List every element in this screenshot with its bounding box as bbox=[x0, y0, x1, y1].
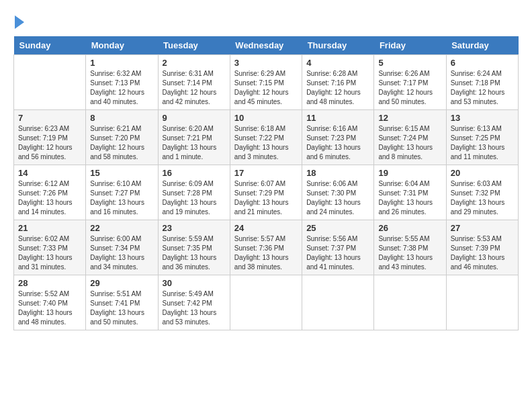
day-cell: 4Sunrise: 6:28 AMSunset: 7:16 PMDaylight… bbox=[302, 55, 374, 110]
day-cell: 14Sunrise: 6:12 AMSunset: 7:26 PMDayligh… bbox=[14, 165, 86, 220]
day-cell: 26Sunrise: 5:55 AMSunset: 7:38 PMDayligh… bbox=[374, 220, 446, 275]
day-cell: 28Sunrise: 5:52 AMSunset: 7:40 PMDayligh… bbox=[14, 275, 86, 330]
day-info: Sunrise: 6:29 AMSunset: 7:15 PMDaylight:… bbox=[234, 69, 298, 107]
day-cell bbox=[446, 275, 518, 330]
day-number: 10 bbox=[234, 113, 298, 123]
day-info: Sunrise: 6:18 AMSunset: 7:22 PMDaylight:… bbox=[234, 124, 298, 162]
day-number: 14 bbox=[18, 168, 81, 178]
header-tuesday: Tuesday bbox=[158, 36, 230, 55]
day-number: 7 bbox=[18, 113, 81, 123]
week-row-4: 21Sunrise: 6:02 AMSunset: 7:33 PMDayligh… bbox=[14, 220, 519, 275]
day-info: Sunrise: 6:13 AMSunset: 7:25 PMDaylight:… bbox=[451, 124, 514, 162]
day-number: 1 bbox=[90, 58, 153, 68]
day-cell: 6Sunrise: 6:24 AMSunset: 7:18 PMDaylight… bbox=[446, 55, 518, 110]
day-cell bbox=[374, 275, 446, 330]
day-cell bbox=[302, 275, 374, 330]
day-info: Sunrise: 5:53 AMSunset: 7:39 PMDaylight:… bbox=[451, 234, 514, 272]
day-info: Sunrise: 6:07 AMSunset: 7:29 PMDaylight:… bbox=[234, 179, 298, 217]
day-info: Sunrise: 5:49 AMSunset: 7:42 PMDaylight:… bbox=[163, 289, 226, 327]
day-cell: 24Sunrise: 5:57 AMSunset: 7:36 PMDayligh… bbox=[230, 220, 302, 275]
header-friday: Friday bbox=[374, 36, 446, 55]
day-info: Sunrise: 6:10 AMSunset: 7:27 PMDaylight:… bbox=[90, 179, 153, 217]
day-cell: 8Sunrise: 6:21 AMSunset: 7:20 PMDaylight… bbox=[86, 110, 158, 165]
header-thursday: Thursday bbox=[302, 36, 374, 55]
day-number: 30 bbox=[163, 278, 226, 288]
week-row-3: 14Sunrise: 6:12 AMSunset: 7:26 PMDayligh… bbox=[14, 165, 519, 220]
day-number: 3 bbox=[234, 58, 298, 68]
day-cell: 27Sunrise: 5:53 AMSunset: 7:39 PMDayligh… bbox=[446, 220, 518, 275]
day-info: Sunrise: 6:28 AMSunset: 7:16 PMDaylight:… bbox=[306, 69, 369, 107]
day-number: 22 bbox=[90, 223, 153, 233]
day-info: Sunrise: 6:12 AMSunset: 7:26 PMDaylight:… bbox=[18, 179, 81, 217]
day-number: 19 bbox=[378, 168, 441, 178]
day-cell bbox=[230, 275, 302, 330]
day-info: Sunrise: 5:59 AMSunset: 7:35 PMDaylight:… bbox=[163, 234, 226, 272]
day-info: Sunrise: 6:24 AMSunset: 7:18 PMDaylight:… bbox=[451, 69, 514, 107]
day-cell: 15Sunrise: 6:10 AMSunset: 7:27 PMDayligh… bbox=[86, 165, 158, 220]
day-number: 25 bbox=[306, 223, 369, 233]
day-number: 12 bbox=[378, 113, 441, 123]
day-info: Sunrise: 6:04 AMSunset: 7:31 PMDaylight:… bbox=[378, 179, 441, 217]
day-info: Sunrise: 5:56 AMSunset: 7:37 PMDaylight:… bbox=[306, 234, 369, 272]
week-row-2: 7Sunrise: 6:23 AMSunset: 7:19 PMDaylight… bbox=[14, 110, 519, 165]
day-info: Sunrise: 5:55 AMSunset: 7:38 PMDaylight:… bbox=[378, 234, 441, 272]
day-info: Sunrise: 6:26 AMSunset: 7:17 PMDaylight:… bbox=[378, 69, 441, 107]
day-info: Sunrise: 6:15 AMSunset: 7:24 PMDaylight:… bbox=[378, 124, 441, 162]
day-number: 9 bbox=[163, 113, 226, 123]
logo-text bbox=[13, 13, 24, 30]
day-info: Sunrise: 6:21 AMSunset: 7:20 PMDaylight:… bbox=[90, 124, 153, 162]
calendar-table: SundayMondayTuesdayWednesdayThursdayFrid… bbox=[13, 36, 519, 330]
day-cell: 18Sunrise: 6:06 AMSunset: 7:30 PMDayligh… bbox=[302, 165, 374, 220]
day-number: 21 bbox=[18, 223, 81, 233]
day-number: 5 bbox=[378, 58, 441, 68]
day-cell bbox=[14, 55, 86, 110]
day-info: Sunrise: 6:32 AMSunset: 7:13 PMDaylight:… bbox=[90, 69, 153, 107]
day-info: Sunrise: 6:06 AMSunset: 7:30 PMDaylight:… bbox=[306, 179, 369, 217]
header-monday: Monday bbox=[86, 36, 158, 55]
day-cell: 13Sunrise: 6:13 AMSunset: 7:25 PMDayligh… bbox=[446, 110, 518, 165]
day-number: 11 bbox=[306, 113, 369, 123]
day-info: Sunrise: 6:23 AMSunset: 7:19 PMDaylight:… bbox=[18, 124, 81, 162]
day-number: 15 bbox=[90, 168, 153, 178]
week-row-5: 28Sunrise: 5:52 AMSunset: 7:40 PMDayligh… bbox=[14, 275, 519, 330]
day-number: 28 bbox=[18, 278, 81, 288]
day-cell: 2Sunrise: 6:31 AMSunset: 7:14 PMDaylight… bbox=[158, 55, 230, 110]
day-cell: 29Sunrise: 5:51 AMSunset: 7:41 PMDayligh… bbox=[86, 275, 158, 330]
day-cell: 11Sunrise: 6:16 AMSunset: 7:23 PMDayligh… bbox=[302, 110, 374, 165]
day-info: Sunrise: 6:03 AMSunset: 7:32 PMDaylight:… bbox=[451, 179, 514, 217]
day-cell: 25Sunrise: 5:56 AMSunset: 7:37 PMDayligh… bbox=[302, 220, 374, 275]
day-info: Sunrise: 6:02 AMSunset: 7:33 PMDaylight:… bbox=[18, 234, 81, 272]
day-info: Sunrise: 6:00 AMSunset: 7:34 PMDaylight:… bbox=[90, 234, 153, 272]
day-cell: 16Sunrise: 6:09 AMSunset: 7:28 PMDayligh… bbox=[158, 165, 230, 220]
day-info: Sunrise: 5:51 AMSunset: 7:41 PMDaylight:… bbox=[90, 289, 153, 327]
day-number: 8 bbox=[90, 113, 153, 123]
day-cell: 3Sunrise: 6:29 AMSunset: 7:15 PMDaylight… bbox=[230, 55, 302, 110]
day-number: 18 bbox=[306, 168, 369, 178]
day-cell: 12Sunrise: 6:15 AMSunset: 7:24 PMDayligh… bbox=[374, 110, 446, 165]
day-cell: 17Sunrise: 6:07 AMSunset: 7:29 PMDayligh… bbox=[230, 165, 302, 220]
day-info: Sunrise: 5:52 AMSunset: 7:40 PMDaylight:… bbox=[18, 289, 81, 327]
day-number: 23 bbox=[163, 223, 226, 233]
day-number: 27 bbox=[451, 223, 514, 233]
day-info: Sunrise: 6:31 AMSunset: 7:14 PMDaylight:… bbox=[163, 69, 226, 107]
day-cell: 10Sunrise: 6:18 AMSunset: 7:22 PMDayligh… bbox=[230, 110, 302, 165]
day-number: 4 bbox=[306, 58, 369, 68]
day-cell: 20Sunrise: 6:03 AMSunset: 7:32 PMDayligh… bbox=[446, 165, 518, 220]
day-info: Sunrise: 6:09 AMSunset: 7:28 PMDaylight:… bbox=[163, 179, 226, 217]
day-number: 6 bbox=[451, 58, 514, 68]
day-cell: 9Sunrise: 6:20 AMSunset: 7:21 PMDaylight… bbox=[158, 110, 230, 165]
header-row: SundayMondayTuesdayWednesdayThursdayFrid… bbox=[14, 36, 519, 55]
day-cell: 5Sunrise: 6:26 AMSunset: 7:17 PMDaylight… bbox=[374, 55, 446, 110]
header-wednesday: Wednesday bbox=[230, 36, 302, 55]
day-number: 16 bbox=[163, 168, 226, 178]
day-number: 29 bbox=[90, 278, 153, 288]
day-info: Sunrise: 6:16 AMSunset: 7:23 PMDaylight:… bbox=[306, 124, 369, 162]
day-cell: 7Sunrise: 6:23 AMSunset: 7:19 PMDaylight… bbox=[14, 110, 86, 165]
day-info: Sunrise: 5:57 AMSunset: 7:36 PMDaylight:… bbox=[234, 234, 298, 272]
logo bbox=[13, 13, 24, 30]
day-cell: 1Sunrise: 6:32 AMSunset: 7:13 PMDaylight… bbox=[86, 55, 158, 110]
day-number: 2 bbox=[163, 58, 226, 68]
day-cell: 23Sunrise: 5:59 AMSunset: 7:35 PMDayligh… bbox=[158, 220, 230, 275]
week-row-1: 1Sunrise: 6:32 AMSunset: 7:13 PMDaylight… bbox=[14, 55, 519, 110]
day-cell: 21Sunrise: 6:02 AMSunset: 7:33 PMDayligh… bbox=[14, 220, 86, 275]
